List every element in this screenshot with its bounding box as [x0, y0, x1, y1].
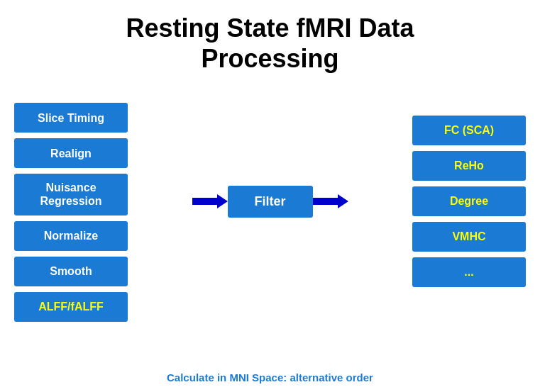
output-fc-sca: FC (SCA): [412, 116, 526, 145]
output-more: ...: [412, 257, 526, 287]
svg-marker-0: [192, 194, 228, 208]
step-smooth: Smooth: [14, 257, 128, 286]
output-degree: Degree: [412, 186, 526, 216]
right-column: FC (SCA) ReHo Degree VMHC ...: [412, 116, 526, 287]
step-alff-falff: ALFF/fALFF: [14, 292, 128, 322]
output-vmhc: VMHC: [412, 222, 526, 252]
left-column: Slice Timing Realign NuisanceRegression …: [14, 103, 128, 321]
step-normalize: Normalize: [14, 221, 128, 251]
step-nuisance-regression: NuisanceRegression: [14, 174, 128, 215]
arrow-filter-section: Filter: [128, 186, 412, 218]
step-realign: Realign: [14, 138, 128, 168]
footer-text: Calculate in MNI Space: alternative orde…: [0, 371, 540, 383]
filter-box: Filter: [228, 186, 313, 218]
output-reho: ReHo: [412, 151, 526, 181]
arrow-right-icon: [313, 191, 348, 212]
page-title: Resting State fMRI Data Processing: [0, 0, 540, 81]
arrow-left-icon: [192, 191, 228, 212]
svg-marker-1: [313, 194, 348, 208]
step-slice-timing: Slice Timing: [14, 103, 128, 133]
